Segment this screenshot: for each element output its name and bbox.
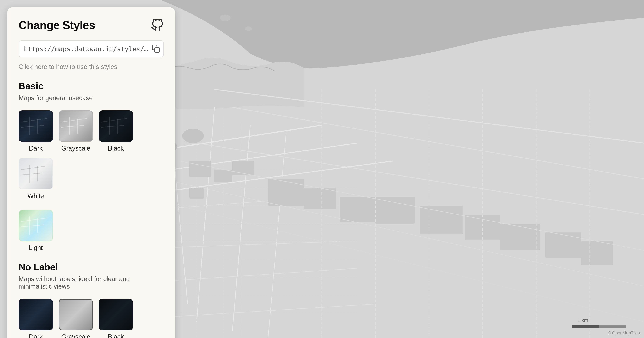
panel-scroll-area[interactable]: Basic Maps for general usecase Dark — [18, 81, 164, 338]
panel-title: Change Styles — [18, 19, 95, 32]
nolabel-style-grid: Dark Grayscale Black — [18, 299, 164, 338]
style-item-dark[interactable]: Dark — [18, 110, 53, 152]
style-thumb-dark[interactable] — [18, 110, 53, 142]
copy-url-button[interactable] — [152, 44, 160, 54]
style-label-nolabel-black: Black — [108, 333, 124, 338]
style-label-black: Black — [108, 145, 124, 152]
svg-point-66 — [245, 27, 252, 31]
style-thumb-nolabel-black[interactable] — [99, 299, 133, 330]
basic-style-grid: Dark Grayscale — [18, 110, 164, 200]
style-label-dark: Dark — [29, 145, 42, 152]
svg-rect-46 — [340, 197, 375, 222]
style-item-nolabel-dark[interactable]: Dark — [18, 299, 53, 338]
how-to-link[interactable]: Click here to how to use this styles — [18, 63, 164, 71]
nolabel-section: No Label Maps without labels, ideal for … — [18, 262, 164, 338]
basic-style-grid-extra: Light — [18, 210, 164, 252]
panel-header: Change Styles — [18, 19, 164, 32]
style-item-black[interactable]: Black — [99, 110, 133, 152]
style-thumb-grayscale[interactable] — [59, 110, 93, 142]
basic-section-title: Basic — [18, 81, 164, 91]
nolabel-section-subtitle: Maps without labels, ideal for clear and… — [18, 275, 164, 290]
svg-text:1 km: 1 km — [577, 317, 588, 323]
style-item-grayscale[interactable]: Grayscale — [59, 110, 93, 152]
svg-rect-52 — [581, 241, 613, 265]
github-button[interactable] — [151, 19, 164, 32]
svg-rect-68 — [572, 325, 599, 328]
svg-rect-38 — [190, 188, 204, 198]
style-thumb-nolabel-dark[interactable] — [18, 299, 53, 330]
svg-rect-49 — [465, 215, 500, 240]
url-bar: https://maps.datawan.id/styles/… — [18, 41, 164, 57]
style-item-light[interactable]: Light — [18, 210, 53, 252]
style-item-nolabel-grayscale[interactable]: Grayscale — [59, 299, 93, 338]
style-thumb-nolabel-grayscale[interactable] — [59, 299, 93, 330]
nolabel-section-title: No Label — [18, 262, 164, 272]
style-thumb-white[interactable] — [18, 158, 53, 189]
svg-rect-47 — [375, 197, 415, 224]
style-label-nolabel-dark: Dark — [29, 333, 42, 338]
svg-rect-51 — [545, 232, 581, 257]
svg-point-42 — [182, 129, 204, 143]
style-item-nolabel-black[interactable]: Black — [99, 299, 133, 338]
svg-rect-45 — [304, 188, 336, 209]
svg-rect-50 — [500, 224, 540, 250]
svg-rect-71 — [155, 48, 160, 52]
svg-rect-44 — [268, 179, 304, 206]
svg-text:© OpenMapTiles: © OpenMapTiles — [608, 330, 640, 335]
svg-rect-48 — [420, 206, 463, 234]
url-text: https://maps.datawan.id/styles/… — [24, 45, 148, 53]
svg-rect-37 — [214, 170, 232, 182]
style-thumb-light[interactable] — [18, 210, 53, 241]
style-label-white: White — [28, 192, 44, 200]
change-styles-panel: Change Styles https://maps.datawan.id/st… — [7, 7, 175, 338]
style-label-light: Light — [29, 244, 43, 252]
style-label-grayscale: Grayscale — [61, 145, 90, 152]
svg-point-65 — [220, 15, 230, 21]
basic-section: Basic Maps for general usecase Dark — [18, 81, 164, 252]
style-label-nolabel-grayscale: Grayscale — [61, 333, 90, 338]
style-item-white[interactable]: White — [18, 158, 53, 200]
basic-section-subtitle: Maps for general usecase — [18, 94, 164, 102]
style-thumb-black[interactable] — [99, 110, 133, 142]
